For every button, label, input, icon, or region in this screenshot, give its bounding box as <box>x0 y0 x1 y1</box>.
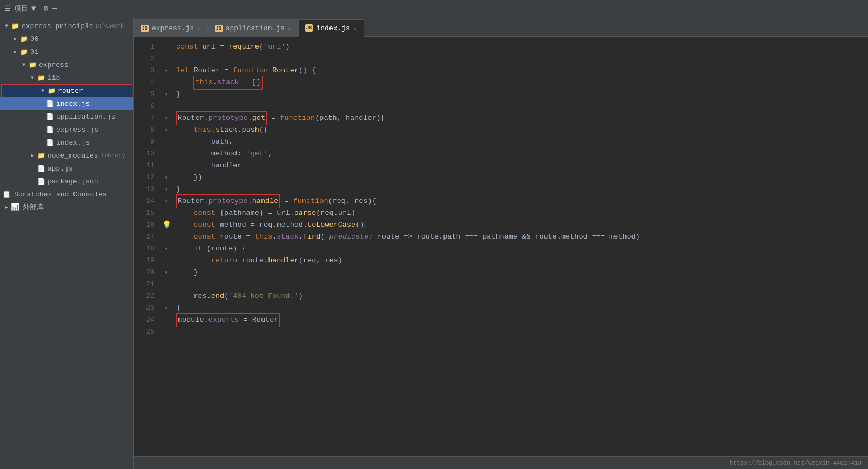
cursor <box>364 221 365 229</box>
index-js-icon: 📄 <box>45 99 54 108</box>
editor-area: JS express.js ✕ JS application.js ✕ JS i… <box>134 17 868 469</box>
application-tab-close[interactable]: ✕ <box>288 25 292 32</box>
redbox-line14: Router . prototype . handle <box>176 194 280 208</box>
express-js-spacer <box>37 125 45 134</box>
code-line-20: } <box>172 267 868 278</box>
node-modules-label: node_modules <box>48 152 98 160</box>
fold-13[interactable]: ▾ <box>161 183 172 195</box>
title-bar-left: ☰ 项目 ▼ <box>4 4 36 13</box>
fold-23[interactable]: ▾ <box>161 302 172 314</box>
bulb-icon[interactable]: 💡 <box>162 219 171 231</box>
scratches-label: Scratches and Consoles <box>14 191 107 199</box>
sidebar-item-express-js[interactable]: 📄 express.js <box>0 123 133 136</box>
line-num-18: 18 <box>134 243 161 255</box>
minimize-icon[interactable]: — <box>52 4 57 13</box>
sidebar-item-lib[interactable]: ▼ 📁 lib <box>0 71 133 84</box>
index-tab-icon: JS <box>305 24 313 32</box>
code-line-14: Router . prototype . handle = function (… <box>172 195 868 207</box>
folder-lib-arrow: ▼ <box>28 73 37 82</box>
application-tab-label: application.js <box>226 24 285 32</box>
fold-20[interactable]: ▾ <box>161 267 172 278</box>
sidebar-item-app-js[interactable]: 📄 app.js <box>0 162 133 175</box>
sidebar-item-index-js[interactable]: 📄 index.js <box>0 97 133 110</box>
fold-7[interactable]: ▾ <box>161 112 172 124</box>
sidebar-item-index-js2[interactable]: 📄 index.js <box>0 136 133 149</box>
code-line-15: const {pathname} = url. parse (req.url) <box>172 207 868 219</box>
code-editor[interactable]: 1 2 3 4 5 6 7 8 9 10 11 12 13 14 15 16 1 <box>134 37 868 456</box>
sidebar-item-application-js[interactable]: 📄 application.js <box>0 110 133 123</box>
sidebar-item-router[interactable]: ▼ 📁 router <box>1 84 132 97</box>
fold-19 <box>161 255 172 267</box>
line-num-25: 25 <box>134 326 161 338</box>
code-line-18: if (route) { <box>172 243 868 255</box>
fold-gutter: ▾ ▾ ▾ ▾ ▾ ▾ ▾ ▾ ▾ <box>161 37 172 456</box>
index-tab-close[interactable]: ✕ <box>353 25 357 32</box>
fold-17 <box>161 231 172 243</box>
package-json-spacer <box>28 177 37 186</box>
line-num-7: 7 <box>134 112 161 124</box>
code-line-4: this . stack = [] <box>172 77 868 89</box>
dropdown-icon[interactable]: ▼ <box>31 4 36 13</box>
application-tab-icon: JS <box>215 25 223 32</box>
redbox-line7: Router . prototype . get <box>176 111 267 125</box>
code-lines: const url = require ( 'url' ) let Router <box>172 37 868 456</box>
code-line-12: }) <box>172 172 868 183</box>
fold-5[interactable]: ▾ <box>161 89 172 100</box>
folder-router-icon: 📁 <box>47 86 56 95</box>
package-json-label: package.json <box>48 178 98 186</box>
tab-bar: JS express.js ✕ JS application.js ✕ JS i… <box>134 17 868 37</box>
line-num-3: 3 <box>134 65 161 77</box>
settings-icon[interactable]: ⚙ <box>43 4 48 13</box>
fold-3[interactable]: ▾ <box>161 65 172 77</box>
sidebar-scratches[interactable]: 📋 Scratches and Consoles <box>0 188 133 201</box>
tab-express-js[interactable]: JS express.js ✕ <box>134 19 208 37</box>
code-line-10: method: 'get' , <box>172 148 868 160</box>
fold-18[interactable]: ▾ <box>161 243 172 255</box>
tab-application-js[interactable]: JS application.js ✕ <box>208 19 299 37</box>
node-modules-icon: 📁 <box>37 151 45 160</box>
folder-00-label: 00 <box>30 35 39 43</box>
sidebar-item-express[interactable]: ▼ 📁 express <box>0 58 133 71</box>
folder-01-icon: 📁 <box>19 47 28 56</box>
main-layout: ▼ 📁 express_principle D:\CWork ▶ 📁 00 ▶ … <box>0 17 868 469</box>
express-tab-close[interactable]: ✕ <box>197 25 201 32</box>
code-line-13: } <box>172 183 868 195</box>
project-arrow: ▼ <box>2 22 11 30</box>
code-line-3: let Router = function Router () { <box>172 65 868 77</box>
fold-6 <box>161 100 172 112</box>
express-tab-icon: JS <box>141 25 149 32</box>
line-num-23: 23 <box>134 302 161 314</box>
fold-21 <box>161 278 172 290</box>
sidebar-item-package-json[interactable]: 📄 package.json <box>0 175 133 188</box>
fold-22 <box>161 290 172 302</box>
tab-index-js[interactable]: JS index.js ✕ <box>298 19 364 37</box>
index-js-label: index.js <box>56 100 90 108</box>
fold-8[interactable]: ▾ <box>161 124 172 136</box>
code-line-11: handler <box>172 160 868 172</box>
sidebar-item-project[interactable]: ▼ 📁 express_principle D:\CWork <box>0 19 133 32</box>
index-js2-spacer <box>37 138 45 147</box>
line-num-22: 22 <box>134 290 161 302</box>
folder-express-label: express <box>39 61 69 69</box>
fold-14[interactable]: ▾ <box>161 195 172 207</box>
sidebar: ▼ 📁 express_principle D:\CWork ▶ 📁 00 ▶ … <box>0 17 134 469</box>
fold-12[interactable]: ▾ <box>161 172 172 183</box>
app-js-icon: 📄 <box>37 164 45 173</box>
node-modules-badge: library <box>100 152 125 159</box>
folder-01-arrow: ▶ <box>11 47 19 56</box>
fold-10 <box>161 148 172 160</box>
line-num-5: 5 <box>134 89 161 100</box>
sidebar-item-00[interactable]: ▶ 📁 00 <box>0 32 133 45</box>
index-js2-icon: 📄 <box>45 138 54 147</box>
sidebar-external[interactable]: ▶ 📊 外部库 <box>0 201 133 214</box>
line-num-20: 20 <box>134 267 161 278</box>
sidebar-item-node-modules[interactable]: ▶ 📁 node_modules library <box>0 149 133 162</box>
sidebar-item-01[interactable]: ▶ 📁 01 <box>0 45 133 58</box>
external-icon: 📊 <box>11 203 19 212</box>
line-num-19: 19 <box>134 255 161 267</box>
index-tab-label: index.js <box>316 24 349 32</box>
line-num-10: 10 <box>134 148 161 160</box>
line-num-2: 2 <box>134 53 161 65</box>
code-line-6 <box>172 100 868 112</box>
code-line-21 <box>172 278 868 290</box>
